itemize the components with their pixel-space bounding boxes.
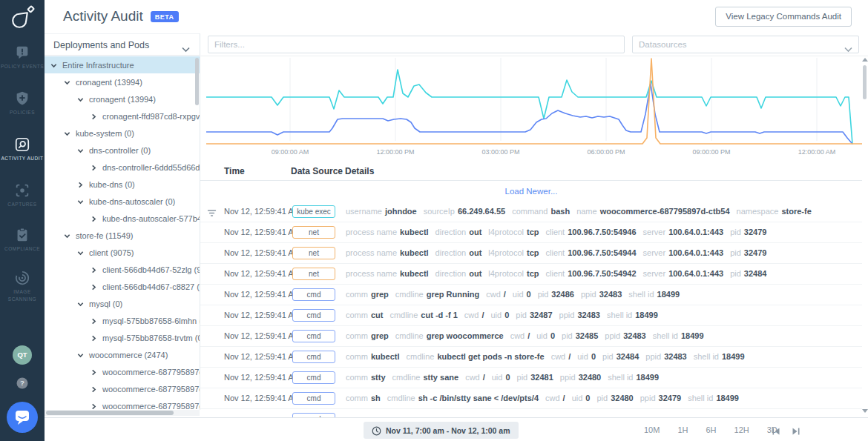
chevron-right-icon[interactable] <box>91 368 97 375</box>
tree-item[interactable]: woocommerce-687795897d-45f46 (217 <box>45 380 200 397</box>
tree-item[interactable]: mysql-575bb87658-6lmhn (0) <box>45 312 200 329</box>
datasources-select[interactable]: Datasources <box>632 36 859 53</box>
tree-item[interactable]: mysql (0) <box>45 295 200 312</box>
chevron-down-icon[interactable] <box>50 62 57 68</box>
row-filter-icon[interactable] <box>207 208 217 217</box>
chevron-down-icon[interactable] <box>77 249 84 256</box>
tree-item[interactable]: dns-controller-6ddd55d66d-cgcf4 (0) <box>45 159 200 176</box>
table-row[interactable]: Nov 12, 12:59:41 AMcmdcommshcmdlinesh -c… <box>200 388 862 409</box>
time-range-picker[interactable]: Nov 11, 7:00 am - Nov 12, 1:00 am <box>364 422 519 439</box>
avatar[interactable]: QT <box>13 345 32 365</box>
sidebar-item-image-scanning[interactable]: Image Scanning <box>0 270 45 303</box>
chevron-down-icon[interactable] <box>77 300 84 307</box>
chevron-right-icon[interactable] <box>91 317 97 324</box>
tree-item[interactable]: kube-dns-autoscaler-577b4774b5-q9ns6 <box>45 210 200 227</box>
activity-timeline-chart[interactable] <box>201 56 862 147</box>
detail-label: client <box>546 248 565 257</box>
sidebar-item-policy-events[interactable]: Policy Events <box>0 44 45 70</box>
tree-horizontal-scrollbar-thumb[interactable] <box>46 411 174 415</box>
tree-item[interactable]: cronagent (13994) <box>45 73 200 90</box>
chevron-right-icon[interactable] <box>91 283 97 290</box>
detail-label: l4protocol <box>488 228 524 236</box>
scroll-down-arrow-icon[interactable] <box>862 409 868 413</box>
chevron-down-icon[interactable] <box>64 130 70 136</box>
data-source-badge[interactable]: cmd <box>292 351 335 363</box>
tree-item[interactable]: kube-dns (0) <box>45 176 200 193</box>
data-source-badge[interactable]: net <box>292 226 335 239</box>
chevron-right-icon[interactable] <box>77 181 84 188</box>
chevron-down-icon[interactable] <box>77 96 84 102</box>
tree-item[interactable]: client-566db44d67-c8827 (0) <box>45 278 200 295</box>
chevron-right-icon[interactable] <box>91 334 97 341</box>
table-row[interactable]: Nov 12, 12:59:41 AMcmdcommgrepcmdlinegre… <box>200 285 862 305</box>
chat-bubble-icon[interactable] <box>7 402 38 433</box>
tree-item-label: woocommerce-687795897d-45f46 (217 <box>102 385 200 394</box>
tree-item[interactable]: store-fe (11549) <box>45 227 200 244</box>
tree-item[interactable]: dns-controller (0) <box>45 142 200 159</box>
data-source-badge[interactable]: cmd <box>292 392 335 405</box>
tree-item[interactable]: woocommerce-687795897d-ctb54 (116 <box>45 397 200 410</box>
data-source-badge[interactable]: net <box>292 268 335 280</box>
load-newer-link[interactable]: Load Newer... <box>200 181 862 202</box>
scroll-up-arrow-icon[interactable] <box>862 58 868 62</box>
chevron-down-icon[interactable] <box>64 232 70 239</box>
deployments-and-pods-select[interactable]: Deployments and Pods <box>45 33 200 56</box>
chevron-right-icon[interactable] <box>91 266 97 273</box>
row-time: Nov 12, 12:59:41 AM <box>224 207 292 216</box>
data-source-badge[interactable]: cmd <box>292 330 335 342</box>
table-row[interactable]: Nov 12, 12:59:41 AMcmdcommsttycmdlinestt… <box>200 368 862 388</box>
table-row[interactable]: Nov 12, 12:59:41 AMnetprocess namekubect… <box>200 243 862 264</box>
chevron-right-icon[interactable] <box>91 215 97 222</box>
detail-value: tcp <box>527 248 539 257</box>
table-row[interactable]: Nov 12, 12:59:41 AMnetprocess namekubect… <box>200 264 862 285</box>
tree-item[interactable]: cronagent-ffd987cd8-rxpgv (13994) <box>45 107 200 125</box>
tree-item[interactable]: kube-dns-autoscaler (0) <box>45 193 200 210</box>
help-icon[interactable]: ? <box>16 377 29 390</box>
chevron-right-icon[interactable] <box>91 385 97 392</box>
sidebar-item-captures[interactable]: Captures <box>0 182 45 208</box>
zoom-option-6h[interactable]: 6H <box>706 425 716 434</box>
zoom-option-1h[interactable]: 1H <box>677 425 688 434</box>
sidebar-item-compliance[interactable]: Compliance <box>0 227 45 253</box>
table-row[interactable]: Nov 12, 12:59:41 AMkube execusernamejohn… <box>200 202 862 222</box>
tree-item[interactable]: cronagent (13994) <box>45 90 200 107</box>
zoom-option-12h[interactable]: 12H <box>734 425 749 434</box>
sidebar-item-policies[interactable]: Policies <box>0 90 45 116</box>
tree-item[interactable]: Entire Infrastructure <box>45 56 200 73</box>
tree-item[interactable]: woocommerce-687795897d-44tvd (109 <box>45 363 200 380</box>
table-row[interactable]: Nov 12, 12:59:41 AMcmdcommkubectlcmdline… <box>200 347 862 368</box>
data-source-badge[interactable]: cmd <box>292 371 335 384</box>
view-legacy-commands-audit-button[interactable]: View Legacy Commands Audit <box>715 7 852 27</box>
tree-item[interactable]: kube-system (0) <box>45 125 200 142</box>
chevron-down-icon[interactable] <box>77 351 84 358</box>
table-row[interactable]: cmd <box>200 409 862 417</box>
data-source-badge[interactable]: kube exec <box>292 205 335 218</box>
skip-to-end-icon[interactable] <box>792 425 800 434</box>
data-source-badge[interactable]: cmd <box>292 309 335 322</box>
chevron-down-icon[interactable] <box>64 79 70 85</box>
zoom-option-10m[interactable]: 10M <box>644 425 660 434</box>
tree-vertical-scrollbar[interactable] <box>195 58 199 105</box>
tree-item[interactable]: client (9075) <box>45 244 200 261</box>
tree-item[interactable]: mysql-575bb87658-trvtm (0) <box>45 329 200 346</box>
tree-item[interactable]: client-566db44d67-52zlg (9075) <box>45 261 200 278</box>
main-vertical-scrollbar-thumb[interactable] <box>863 65 867 99</box>
filters-input[interactable] <box>208 36 625 53</box>
chevron-right-icon[interactable] <box>91 402 97 409</box>
chevron-right-icon[interactable] <box>91 164 97 170</box>
sidebar-item-activity-audit[interactable]: Activity Audit <box>0 136 45 162</box>
detail-label: cmdline <box>395 331 424 340</box>
skip-to-start-icon[interactable] <box>772 425 780 434</box>
tree-item[interactable]: woocommerce (2474) <box>45 346 200 363</box>
chevron-down-icon[interactable] <box>77 198 84 205</box>
data-source-badge[interactable]: net <box>292 247 335 259</box>
chevron-right-icon[interactable] <box>91 113 97 119</box>
chevron-down-icon[interactable] <box>77 147 84 153</box>
tree-horizontal-scrollbar[interactable] <box>45 410 200 416</box>
detail-label: client <box>546 269 565 278</box>
sysdig-logo-icon[interactable] <box>10 5 35 30</box>
table-row[interactable]: Nov 12, 12:59:41 AMnetprocess namekubect… <box>200 222 862 243</box>
table-row[interactable]: Nov 12, 12:59:41 AMcmdcommcutcmdlinecut … <box>200 305 862 326</box>
table-row[interactable]: Nov 12, 12:59:41 AMcmdcommgrepcmdlinegre… <box>200 326 862 347</box>
data-source-badge[interactable]: cmd <box>292 288 335 301</box>
